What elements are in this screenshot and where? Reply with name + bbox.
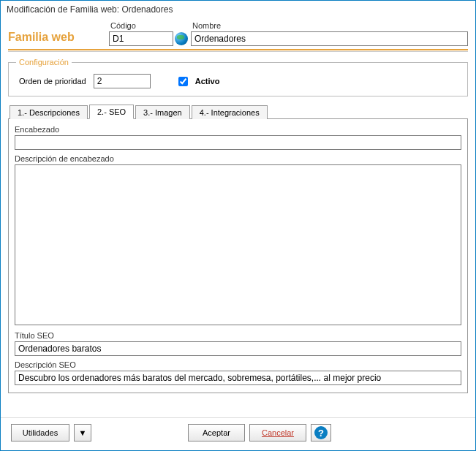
header-divider (8, 49, 468, 52)
chevron-down-icon: ▼ (79, 428, 87, 437)
config-legend: Configuración (16, 58, 72, 67)
orden-prioridad-input[interactable] (94, 74, 151, 88)
titulo-seo-label: Título SEO (15, 331, 461, 340)
footer-bar: Utilidades ▼ Aceptar Cancelar ? (1, 417, 475, 450)
tab-descripciones[interactable]: 1.- Descripciones (10, 105, 88, 119)
nombre-input[interactable] (191, 31, 468, 46)
encabezado-input[interactable] (15, 135, 461, 150)
tab-imagen[interactable]: 3.- Imagen (135, 105, 190, 119)
tab-bar: 1.- Descripciones 2.- SEO 3.- Imagen 4.-… (8, 104, 468, 118)
codigo-label: Código (109, 21, 188, 30)
encabezado-label: Encabezado (15, 125, 461, 134)
desc-encabezado-label: Descripción de encabezado (15, 154, 461, 163)
tab-panel-seo: Encabezado Descripción de encabezado Tít… (8, 118, 468, 393)
descripcion-seo-label: Descripción SEO (15, 360, 461, 369)
nombre-label: Nombre (191, 21, 468, 30)
descripcion-seo-input[interactable] (15, 371, 461, 385)
family-web-label: Familia web (8, 31, 106, 46)
utilidades-dropdown[interactable]: ▼ (74, 424, 91, 441)
cancelar-button[interactable]: Cancelar (249, 424, 306, 441)
tab-seo[interactable]: 2.- SEO (89, 105, 134, 119)
config-fieldset: Configuración Orden de prioridad Activo (8, 58, 468, 96)
help-icon: ? (314, 426, 328, 439)
aceptar-button[interactable]: Aceptar (188, 424, 245, 441)
desc-encabezado-textarea[interactable] (15, 164, 461, 325)
utilidades-button[interactable]: Utilidades (11, 424, 69, 441)
activo-label: Activo (195, 77, 220, 86)
titulo-seo-input[interactable] (15, 341, 461, 356)
globe-icon[interactable] (175, 32, 188, 45)
activo-checkbox[interactable] (178, 77, 188, 86)
window-title: Modificación de Familia web: Ordenadores (1, 1, 475, 18)
orden-prioridad-label: Orden de prioridad (19, 77, 86, 86)
codigo-input[interactable] (109, 31, 173, 46)
help-button[interactable]: ? (311, 424, 331, 441)
tab-integraciones[interactable]: 4.- Integraciones (192, 105, 268, 119)
